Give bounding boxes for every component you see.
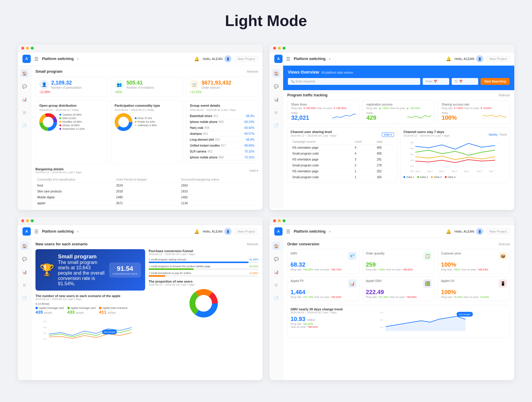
svg-text:420: 420: [43, 338, 47, 340]
dot-green-2: [283, 47, 286, 50]
sidebar-1: 🏠 💬 📊 ⊞ 📄: [18, 66, 31, 210]
svg-text:420: 420: [380, 312, 383, 314]
stay-chart-svg: 5% 4% 3% 2% 1% 0%: [403, 139, 507, 174]
order-metrics-grid: GMV 💎 68.32 Ring rate: +60.59% Year-on-y…: [287, 249, 510, 301]
nav-user-3: Hello, ALEAN 👤: [203, 228, 231, 235]
bell-icon-1[interactable]: 🔔: [194, 56, 199, 61]
new-project-btn-3[interactable]: New Project: [235, 229, 258, 234]
bell-icon-3[interactable]: 🔔: [194, 229, 199, 234]
svg-text:2%: 2%: [410, 159, 414, 162]
sidebar-icon-grid[interactable]: ⊞: [20, 108, 29, 116]
svg-text:1%: 1%: [410, 165, 414, 168]
svg-marker-48: [386, 316, 466, 331]
sidebar-icon-3-grid[interactable]: ⊞: [20, 281, 29, 289]
event-item: shampoo84169.57%: [190, 131, 254, 137]
dot-green-3: [31, 219, 34, 222]
sidebar-icon-4-chart[interactable]: 📊: [272, 268, 280, 276]
menu-icon-1[interactable]: ☰: [34, 56, 38, 62]
funnel-step-3: 3 small procedures to pay for orders 14.…: [149, 272, 258, 277]
nav-platform-4[interactable]: Platform switching: [294, 229, 325, 234]
sidebar-icon-4-msg[interactable]: 💬: [272, 255, 280, 263]
new-project-btn-2[interactable]: New Project: [487, 56, 510, 61]
menu-icon-2[interactable]: ☰: [286, 56, 290, 62]
svg-text:0%: 0%: [410, 170, 414, 173]
sidebar-icon-3-chart[interactable]: 📊: [20, 268, 29, 276]
window-chrome-1: [18, 44, 262, 52]
bell-icon-2[interactable]: 🔔: [446, 56, 451, 61]
channel-table: Campaign source Level total HS orientati…: [291, 139, 394, 180]
sidebar-icon-chart[interactable]: 📊: [20, 95, 29, 103]
nav-bar-3: A ☰ Platform switching ▾ 🔔 Hello, ALEAN …: [18, 225, 262, 238]
card3-left: 🏆 Small program The small program starts…: [35, 249, 145, 344]
funnel-step-2: 2 small programs to browse the product d…: [149, 265, 258, 270]
card4-main: Order conversion Refresh GMV 💎 68.32 Rin…: [283, 238, 514, 380]
bell-icon-4[interactable]: 🔔: [446, 229, 451, 234]
event-item: Basketball shoes81168.4%: [190, 113, 254, 119]
nav-platform-3[interactable]: Platform switching: [42, 229, 74, 234]
nav-platform-1[interactable]: Platform switching: [42, 57, 74, 61]
channel-sharing-level: Channel user sharing level 2019-06-12 ~ …: [287, 127, 397, 183]
refresh-btn-2[interactable]: Refresh: [499, 93, 510, 97]
nav-user-4: Hello, ALEAN 👤: [455, 228, 483, 235]
refresh-btn-4[interactable]: Refresh: [499, 242, 510, 246]
sidebar-icon-doc[interactable]: 📄: [20, 121, 29, 129]
metric-applet-pv: Applet PV 📊 1,464 Ring rate: +51.70% Yea…: [287, 277, 360, 301]
sidebar-icon-4-grid[interactable]: ⊞: [272, 281, 280, 289]
gmv-trend-section: GMV nearly 30 days change trend 2019-06-…: [287, 305, 510, 338]
section-title-3: New users for each scenario: [35, 242, 87, 246]
sidebar-icon-4-home[interactable]: 🏠: [272, 242, 280, 250]
refresh-btn-1[interactable]: Refresh: [247, 70, 258, 73]
card3-main: New users for each scenario Refresh 🏆 Sm…: [31, 238, 262, 380]
refresh-btn-3[interactable]: Refresh: [247, 242, 258, 246]
dot-red-4: [273, 219, 276, 222]
sparkline-sharing: [483, 111, 506, 121]
svg-point-41: [195, 295, 212, 312]
sidebar-icon-2-grid[interactable]: ⊞: [272, 108, 280, 116]
card3-two-col: 🏆 Small program The small program starts…: [35, 249, 258, 344]
sidebar-icon-2-home[interactable]: 🏠: [272, 69, 280, 77]
sidebar-icon-3-home[interactable]: 🏠: [20, 242, 29, 250]
nav-platform-2[interactable]: Platform switching: [294, 57, 325, 61]
menu-icon-4[interactable]: ☰: [286, 229, 290, 234]
dot-yellow-3: [26, 219, 29, 222]
age-chart-section: The number of new users in each scenario…: [35, 294, 145, 344]
two-col-section: Channel user sharing level 2019-06-12 ~ …: [287, 127, 510, 183]
new-project-btn-1[interactable]: New Project: [235, 56, 258, 61]
start-searching-btn[interactable]: Start Searching: [481, 78, 510, 85]
svg-text:5%: 5%: [410, 141, 414, 144]
card1-main: Small program Refresh 👤 2,109.32 Number …: [31, 66, 262, 210]
nav-user-2: Hello, ALEAN 👤: [455, 55, 483, 62]
nav-bar-1: A ☰ Platform switching ▾ 🔔 Hello, ALEAN …: [18, 52, 262, 66]
donut-chart-1: [39, 113, 57, 131]
svg-text:Sep 7: Sep 7: [489, 170, 494, 173]
card1-body: 🏠 💬 📊 ⊞ 📄 Small program Refresh 👤: [18, 66, 262, 210]
event-item: Unified instant noodles81768.69%: [190, 143, 254, 149]
sidebar-icon-3-msg[interactable]: 💬: [20, 255, 29, 263]
avatar-2: 👤: [476, 55, 483, 62]
search-input[interactable]: 🔍 Enter Keyword: [288, 78, 420, 85]
card3-body: 🏠 💬 📊 ⊞ 📄 New users for each scenario Re…: [18, 238, 262, 380]
sidebar-icon-2-doc[interactable]: 📄: [272, 121, 280, 129]
card-new-users: A ☰ Platform switching ▾ 🔔 Hello, ALEAN …: [18, 217, 262, 380]
to-date[interactable]: To 📅: [452, 78, 478, 85]
sidebar-icon-2-chart[interactable]: 📊: [272, 95, 280, 103]
svg-text:420 people: 420 people: [459, 313, 471, 316]
event-item: Iphone mobile phone80968.24%: [190, 119, 254, 125]
stat-order-amount: 🛒 $671,93,432 Order amount +12.25%: [186, 77, 258, 97]
menu-icon-3[interactable]: ☰: [34, 229, 38, 234]
traffic-metrics: Share times Ring rate: ▾ +60.59% Year-on…: [287, 100, 510, 124]
sidebar-icon-2-msg[interactable]: 💬: [272, 82, 280, 90]
from-date[interactable]: From 📅: [423, 78, 449, 85]
new-project-btn-4[interactable]: New Project: [487, 229, 510, 234]
sidebar-icon-4-doc[interactable]: 📄: [272, 294, 280, 302]
metric-gmv: GMV 💎 68.32 Ring rate: +60.59% Year-on-y…: [287, 249, 360, 274]
svg-text:420 people: 420 people: [104, 331, 116, 333]
sidebar-icon-msg[interactable]: 💬: [20, 82, 29, 90]
nav-logo-3: A: [22, 227, 31, 236]
table-row: HS orientation page4405: [291, 145, 394, 151]
sidebar-icon-3-doc[interactable]: 📄: [20, 294, 29, 302]
traffic-section: Program traffic tracking Refresh Share t…: [283, 90, 514, 186]
sidebar-icon-home[interactable]: 🏠: [20, 69, 29, 77]
stat-val-order: $671,93,432: [202, 80, 231, 86]
svg-text:480: 480: [43, 320, 47, 322]
